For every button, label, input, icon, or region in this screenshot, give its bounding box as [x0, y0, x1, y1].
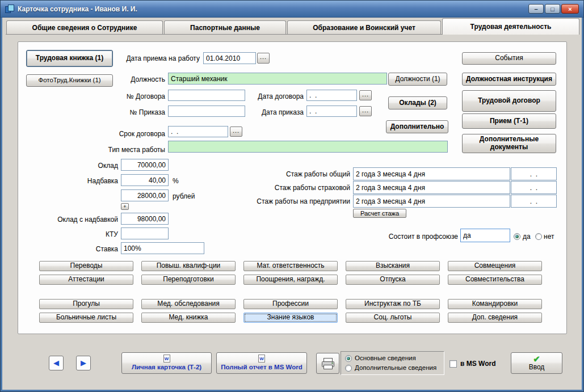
rate-input[interactable]	[121, 242, 204, 254]
grid-button-language-skills[interactable]: Знание языков	[243, 313, 338, 323]
msword-checkbox[interactable]	[449, 360, 457, 368]
order-number-label: № Приказа	[52, 108, 165, 116]
grid-button-material-responsibility[interactable]: Мат. ответственность	[243, 261, 338, 271]
position-input[interactable]	[168, 73, 387, 85]
contract-date-browse-button[interactable]: ...	[359, 90, 372, 100]
workplace-type-input[interactable]	[168, 141, 448, 153]
plus-button[interactable]: +	[121, 203, 129, 210]
grid-button-professions[interactable]: Профессии	[243, 299, 338, 309]
employee-card-window: Карточка сотрудника - Иванов И. И. – □ ×…	[0, 0, 584, 392]
positions-button[interactable]: Должности (1)	[388, 73, 447, 86]
union-no-radio[interactable]	[535, 233, 542, 240]
minimize-button[interactable]: –	[528, 4, 544, 14]
seniority-calc-button[interactable]: Расчет стажа	[353, 209, 406, 218]
seniority-company-date-input[interactable]	[511, 195, 557, 208]
grid-button-attestations[interactable]: Аттестации	[39, 275, 133, 285]
union-member-label: Состоит в профсоюзе	[344, 233, 458, 241]
hire-date-label: Дата приема на работу	[86, 54, 200, 62]
seniority-total-input[interactable]	[353, 167, 510, 180]
window-controls: – □ ×	[527, 4, 579, 14]
print-button[interactable]	[316, 353, 339, 374]
main-info-radio[interactable]	[345, 355, 352, 362]
labor-contract-button[interactable]: Трудовой договор	[462, 90, 556, 112]
union-member-input[interactable]	[460, 229, 510, 242]
job-description-button[interactable]: Должностная инструкция	[462, 73, 556, 86]
rate-label: Ставка	[35, 245, 118, 253]
grid-button-absences[interactable]: Прогулы	[39, 299, 133, 309]
msword-checkbox-label: в MS Word	[460, 360, 495, 368]
enter-label: Ввод	[529, 364, 545, 372]
contract-term-input[interactable]	[168, 126, 228, 137]
position-label: Должность	[52, 75, 165, 83]
grid-button-medical-book[interactable]: Мед. книжка	[141, 313, 236, 323]
window-title: Карточка сотрудника - Иванов И. И.	[18, 5, 137, 13]
titlebar: Карточка сотрудника - Иванов И. И. – □ ×	[1, 1, 583, 18]
grid-button-safety-briefing[interactable]: Инструктаж по ТБ	[346, 299, 440, 309]
personal-card-t2-button[interactable]: W Личная карточка (Т-2)	[121, 352, 212, 374]
additional-documents-button[interactable]: Дополнительные документы	[462, 134, 556, 153]
bonus-percent-input[interactable]	[121, 174, 169, 186]
contract-term-browse-button[interactable]: ...	[230, 127, 242, 137]
seniority-total-date-input[interactable]	[511, 167, 557, 180]
ktu-label: КТУ	[35, 230, 118, 238]
grid-button-qualification-upgrade[interactable]: Повыш. квалиф-ции	[141, 261, 236, 271]
next-record-button[interactable]: ▶	[76, 356, 91, 370]
tab-education-military[interactable]: Образование и Воинский учет	[287, 20, 441, 34]
grid-button-retraining[interactable]: Переподготовки	[141, 275, 236, 285]
grid-button-social-benefits[interactable]: Соц. льготы	[346, 313, 440, 323]
salary-input[interactable]	[121, 159, 169, 171]
prev-record-button[interactable]: ◀	[49, 356, 64, 370]
additional-info-label: Дополнительные сведения	[355, 364, 436, 371]
tab-passport-data[interactable]: Паспортные данные	[164, 20, 286, 34]
contract-date-label: Дата договора	[190, 92, 304, 100]
close-button[interactable]: ×	[561, 4, 579, 14]
union-yes-radio[interactable]	[514, 233, 520, 240]
grid-button-sick-leaves[interactable]: Больничные листы	[39, 313, 133, 323]
salaries-button[interactable]: Оклады (2)	[388, 96, 447, 109]
union-no-label: нет	[544, 233, 554, 241]
additional-button[interactable]: Дополнительно	[386, 120, 448, 133]
grid-button-transfers[interactable]: Переводы	[39, 261, 133, 271]
contract-number-label: № Договора	[52, 92, 165, 100]
hire-date-input[interactable]	[203, 52, 256, 64]
printer-icon	[321, 357, 335, 370]
report-type-group: Основные сведения Дополнительные сведени…	[341, 351, 444, 375]
ktu-input[interactable]	[121, 227, 169, 239]
order-date-input[interactable]	[306, 106, 357, 117]
events-button[interactable]: События	[462, 52, 556, 65]
grid-button-vacations[interactable]: Отпуска	[346, 275, 440, 285]
bonus-rubles-input[interactable]	[121, 189, 169, 201]
grid-button-additional-info[interactable]: Доп. сведения	[448, 313, 542, 323]
grid-button-medical-examinations[interactable]: Мед. обследования	[141, 299, 236, 309]
seniority-insurance-input[interactable]	[353, 181, 510, 194]
bonus-rubles-unit: рублей	[173, 192, 195, 200]
grid-button-penalties[interactable]: Взыскания	[346, 261, 440, 271]
additional-info-radio[interactable]	[345, 365, 352, 372]
grid-button-business-trips[interactable]: Командировки	[448, 299, 542, 309]
bonus-label: Надбавка	[35, 177, 118, 185]
word-doc-letter: W	[259, 356, 264, 361]
seniority-company-input[interactable]	[353, 195, 510, 208]
word-document-icon: W	[163, 355, 170, 363]
next-icon: ▶	[81, 359, 86, 368]
order-date-browse-button[interactable]: ...	[359, 106, 372, 116]
contract-date-input[interactable]	[306, 90, 357, 101]
contract-term-label: Срок договора	[52, 130, 165, 138]
tab-general-info[interactable]: Общие сведения о Сотруднике	[6, 20, 163, 34]
grid-button-secondary-jobs[interactable]: Совместительства	[448, 275, 542, 285]
grid-button-combined-posts[interactable]: Совмещения	[448, 261, 542, 271]
workplace-type-label: Тип места работы	[52, 146, 165, 154]
bonus-percent-unit: %	[173, 177, 179, 185]
salary-with-bonus-input[interactable]	[121, 213, 169, 225]
hire-date-browse-button[interactable]: ...	[257, 53, 270, 64]
seniority-insurance-date-input[interactable]	[511, 181, 557, 194]
full-report-msword-button[interactable]: W Полный отчет в MS Word	[216, 352, 307, 374]
maximize-button[interactable]: □	[545, 4, 560, 14]
enter-button[interactable]: ✔ Ввод	[511, 352, 562, 374]
seniority-total-label: Стаж работы общий	[216, 170, 350, 178]
grid-button-rewards[interactable]: Поощрения, награжд.	[243, 275, 338, 285]
hiring-t1-button[interactable]: Прием (Т-1)	[462, 113, 556, 129]
main-info-label: Основные сведения	[355, 355, 416, 361]
salary-label: Оклад	[35, 162, 118, 170]
tab-labor-activity[interactable]: Трудовая деятельность	[442, 18, 579, 35]
